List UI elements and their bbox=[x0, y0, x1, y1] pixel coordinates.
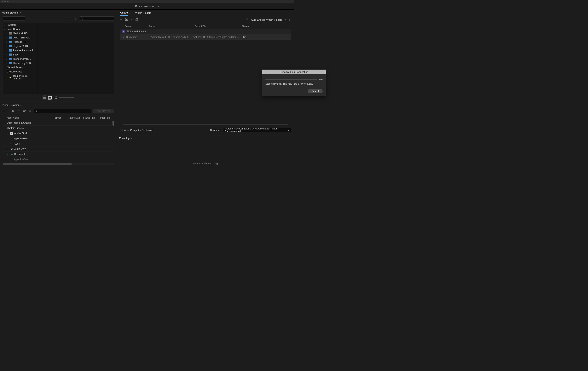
svg-rect-9 bbox=[49, 97, 51, 98]
tree-label: Network Drives bbox=[7, 66, 23, 69]
nav-back-icon[interactable]: ← bbox=[27, 17, 31, 20]
preset-row-system[interactable]: ⌄System Presets bbox=[3, 126, 114, 131]
workspace-menu-icon[interactable]: ≡ bbox=[158, 5, 159, 7]
queue-group[interactable]: Pr Sights and Sounds ⌄ QuickTime⌄ Adobe … bbox=[120, 29, 291, 40]
preset-new-group-icon[interactable] bbox=[11, 110, 15, 112]
tree-drive-item[interactable]: ›Promise Pegasus 2 bbox=[3, 48, 37, 52]
preset-row-apple-prores-2[interactable]: ›Apple ProRes bbox=[3, 157, 114, 162]
col-frame-size[interactable]: Frame Size bbox=[68, 116, 83, 119]
media-browser-search-input[interactable] bbox=[79, 16, 114, 21]
zoom-slider[interactable] bbox=[55, 96, 74, 99]
broadcast-icon: 📺 bbox=[10, 153, 13, 155]
svg-point-0 bbox=[75, 18, 76, 19]
media-browser-menu-icon[interactable]: ≡ bbox=[20, 12, 21, 14]
tree-local-drives[interactable]: ⌄Local Drives bbox=[3, 27, 37, 31]
close-window-icon[interactable] bbox=[1, 0, 3, 2]
tree-drive-item[interactable]: ›Pegasus32 R4 bbox=[3, 44, 37, 48]
visibility-icon[interactable] bbox=[73, 17, 78, 20]
col-frame-rate[interactable]: Frame Rate bbox=[83, 116, 98, 119]
duplicate-button[interactable] bbox=[135, 18, 138, 21]
format-dropdown-icon[interactable]: ⌄ bbox=[138, 36, 140, 38]
tab-watch-folders[interactable]: Watch Folders bbox=[135, 11, 151, 15]
start-queue-icon[interactable]: ▶ bbox=[289, 18, 291, 21]
queue-item[interactable]: ⌄ QuickTime⌄ Adobe Stock 4K DCI without … bbox=[120, 34, 291, 40]
tree-drive-item[interactable]: ›ThunderBay HDD bbox=[3, 57, 37, 61]
remove-button[interactable]: − bbox=[130, 18, 132, 21]
preset-row-audio-only[interactable]: ›🔊Audio Only bbox=[3, 146, 114, 152]
search-icon bbox=[35, 110, 38, 112]
svg-point-1 bbox=[81, 18, 82, 19]
thumbnail-view-button[interactable] bbox=[48, 95, 52, 100]
tree-creative-cloud[interactable]: ⌄Creative Cloud bbox=[3, 70, 37, 74]
preset-row-user[interactable]: User Presets & Groups bbox=[3, 120, 114, 126]
preset-row-h264[interactable]: ›H.264 bbox=[3, 141, 114, 146]
encoding-status-message: Not currently encoding. bbox=[117, 141, 294, 186]
tree-network-drives[interactable]: ⌄Network Drives bbox=[3, 65, 37, 70]
tree-drive-item[interactable]: ›OWC 32TB Raid bbox=[3, 36, 37, 40]
stop-queue-icon[interactable]: ■ bbox=[285, 18, 286, 21]
tree-favorites[interactable]: ⌄Favorites bbox=[3, 23, 37, 27]
preset-search-input[interactable] bbox=[34, 109, 91, 113]
svg-line-19 bbox=[37, 112, 38, 112]
preset-horizontal-scrollbar[interactable] bbox=[3, 163, 114, 165]
svg-point-18 bbox=[36, 110, 37, 112]
preset-browser-menu-icon[interactable]: ≡ bbox=[20, 104, 21, 106]
encoding-menu-icon[interactable]: ≡ bbox=[131, 137, 132, 140]
preset-import-icon[interactable] bbox=[22, 110, 26, 112]
tree-label: Pegasus32 R4 bbox=[13, 45, 28, 48]
queue-horizontal-scrollbar[interactable] bbox=[123, 124, 288, 125]
add-source-button[interactable]: + bbox=[120, 18, 122, 21]
tree-label: Favorites bbox=[7, 24, 16, 26]
team-projects-icon: 📁 bbox=[9, 76, 12, 78]
maximize-window-icon[interactable] bbox=[7, 0, 9, 2]
minimize-window-icon[interactable] bbox=[4, 0, 6, 2]
queue-settings-icon[interactable] bbox=[125, 18, 128, 21]
queue-item-status: Skip bbox=[242, 36, 246, 39]
svg-rect-5 bbox=[43, 97, 44, 98]
queue-tab-menu-icon[interactable]: ≡ bbox=[129, 12, 130, 15]
tree-drive-item[interactable]: ›SSD bbox=[3, 52, 37, 57]
col-format[interactable]: Format bbox=[53, 116, 68, 119]
tree-label: Local Drives bbox=[7, 28, 20, 31]
add-preset-button[interactable]: + bbox=[3, 110, 5, 113]
preset-row-adobe-stock[interactable]: ⌄StAdobe Stock bbox=[3, 131, 114, 136]
nav-forward-icon[interactable]: → bbox=[32, 17, 37, 20]
drive-icon bbox=[9, 32, 12, 35]
svg-line-2 bbox=[82, 19, 83, 20]
workspace-label[interactable]: Default Workspace bbox=[135, 5, 156, 8]
svg-point-27 bbox=[125, 20, 126, 21]
premiere-badge-icon: Pr bbox=[122, 30, 125, 33]
apply-preset-button[interactable]: Apply Preset bbox=[93, 109, 114, 113]
media-browser-path-dropdown[interactable]: ⌄ bbox=[3, 16, 25, 21]
preset-label: Apple ProRes bbox=[13, 137, 28, 140]
preset-export-icon[interactable] bbox=[28, 110, 32, 112]
drive-icon bbox=[9, 37, 12, 39]
tree-drive-item[interactable]: ›Macintosh HD bbox=[3, 31, 37, 36]
auto-shutdown-checkbox[interactable] bbox=[120, 129, 123, 131]
queue-item-preset[interactable]: Adobe Stock 4K DCI without Audio (Apple … bbox=[151, 36, 191, 39]
audio-icon: 🔊 bbox=[10, 148, 13, 150]
queue-item-caret-icon[interactable]: ⌄ bbox=[122, 36, 125, 39]
col-target-rate[interactable]: Target Rate bbox=[98, 116, 111, 119]
zoom-knob-icon[interactable] bbox=[55, 96, 57, 99]
filter-icon[interactable] bbox=[66, 17, 72, 20]
list-view-button[interactable] bbox=[42, 95, 47, 100]
preset-label: Audio Only bbox=[14, 148, 26, 150]
preset-row-broadcast[interactable]: ⌄📺Broadcast bbox=[3, 152, 114, 157]
preset-scrollbar[interactable] bbox=[113, 121, 114, 126]
tree-drive-item[interactable]: ›Pegasus R4i bbox=[3, 40, 37, 44]
tab-queue[interactable]: Queue bbox=[120, 11, 128, 16]
tree-label: Pegasus R4i bbox=[13, 41, 26, 43]
tree-team-projects[interactable]: ›📁Team Projects Versions bbox=[3, 74, 37, 81]
remove-preset-button[interactable]: − bbox=[7, 110, 9, 113]
preset-row-apple-prores[interactable]: ›Apple ProRes bbox=[3, 136, 114, 141]
preset-settings-icon[interactable] bbox=[17, 110, 21, 112]
preset-label: User Presets & Groups bbox=[7, 122, 31, 124]
svg-rect-14 bbox=[18, 111, 20, 111]
tree-drive-item[interactable]: ›Thunderbay SSD bbox=[3, 61, 37, 65]
queue-item-output[interactable]: /Volume...D/FX9 test/Bees/Sights and Sou… bbox=[193, 36, 240, 39]
auto-shutdown-label: Auto Computer Shutdown bbox=[124, 129, 153, 132]
auto-encode-checkbox[interactable] bbox=[246, 19, 248, 21]
col-preset-name[interactable]: Preset Name bbox=[5, 116, 19, 119]
renderer-dropdown[interactable]: Mercury Playback Engine GPU Acceleration… bbox=[223, 128, 291, 132]
